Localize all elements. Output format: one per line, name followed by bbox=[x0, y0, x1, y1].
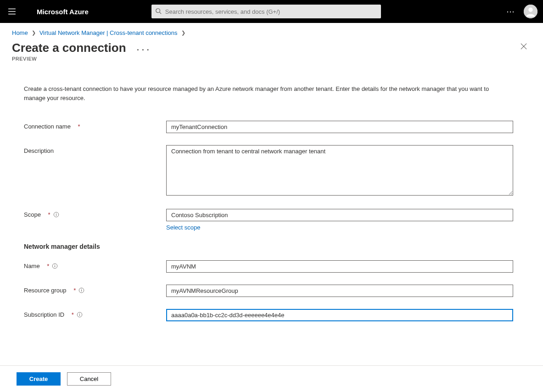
preview-label: PREVIEW bbox=[0, 55, 543, 62]
create-button[interactable]: Create bbox=[17, 372, 61, 386]
avatar[interactable] bbox=[524, 5, 537, 18]
info-icon[interactable] bbox=[53, 212, 59, 218]
breadcrumb: Home ❯ Virtual Network Manager | Cross-t… bbox=[0, 23, 543, 41]
scope-input[interactable] bbox=[166, 209, 513, 221]
search-container bbox=[151, 5, 381, 18]
connection-name-input[interactable] bbox=[166, 121, 513, 133]
content: Create a cross-tenant connection to have… bbox=[0, 62, 543, 321]
header-more-icon[interactable]: ⋯ bbox=[506, 6, 515, 17]
label-subscription-id: Subscription ID * bbox=[24, 309, 166, 318]
svg-point-3 bbox=[156, 8, 160, 12]
search-box[interactable] bbox=[151, 5, 381, 18]
description-textarea[interactable]: Connection from tenant to central networ… bbox=[166, 145, 513, 196]
svg-point-20 bbox=[79, 313, 80, 314]
label-connection-name: Connection name * bbox=[24, 121, 166, 130]
title-row: Create a connection • • • bbox=[0, 41, 543, 55]
cancel-button[interactable]: Cancel bbox=[67, 372, 111, 386]
intro-text: Create a cross-tenant connection to have… bbox=[24, 84, 510, 102]
close-icon[interactable] bbox=[518, 41, 529, 52]
resource-group-input[interactable] bbox=[166, 285, 513, 297]
label-name: Name * bbox=[24, 260, 166, 269]
breadcrumb-vnm[interactable]: Virtual Network Manager | Cross-tenant c… bbox=[39, 29, 178, 36]
footer-bar: Create Cancel bbox=[0, 365, 543, 392]
label-scope: Scope * bbox=[24, 209, 166, 218]
svg-line-4 bbox=[159, 12, 161, 14]
breadcrumb-home[interactable]: Home bbox=[12, 29, 28, 36]
svg-point-11 bbox=[56, 213, 56, 213]
row-scope: Scope * Select scope bbox=[24, 209, 519, 231]
info-icon[interactable] bbox=[77, 312, 83, 318]
chevron-right-icon: ❯ bbox=[181, 30, 185, 36]
label-description: Description bbox=[24, 145, 166, 154]
chevron-right-icon: ❯ bbox=[32, 30, 36, 36]
label-resource-group: Resource group * bbox=[24, 285, 166, 294]
row-resource-group: Resource group * bbox=[24, 285, 519, 297]
svg-point-17 bbox=[81, 289, 82, 289]
row-description: Description Connection from tenant to ce… bbox=[24, 145, 519, 197]
hamburger-menu-icon[interactable] bbox=[6, 5, 18, 18]
svg-point-14 bbox=[55, 264, 55, 265]
section-network-manager-details: Network manager details bbox=[24, 243, 519, 250]
row-connection-name: Connection name * bbox=[24, 121, 519, 133]
svg-point-6 bbox=[528, 8, 532, 12]
brand-label: Microsoft Azure bbox=[37, 8, 89, 16]
search-icon bbox=[155, 8, 162, 16]
name-input[interactable] bbox=[166, 260, 513, 273]
row-name: Name * bbox=[24, 260, 519, 273]
title-more-icon[interactable]: • • • bbox=[137, 47, 150, 52]
info-icon[interactable] bbox=[52, 263, 58, 269]
search-input[interactable] bbox=[165, 8, 377, 15]
subscription-id-input[interactable] bbox=[166, 309, 513, 321]
top-header: Microsoft Azure ⋯ bbox=[0, 0, 543, 23]
header-right: ⋯ bbox=[506, 5, 537, 18]
info-icon[interactable] bbox=[78, 287, 84, 293]
row-subscription-id: Subscription ID * bbox=[24, 309, 519, 321]
select-scope-link[interactable]: Select scope bbox=[166, 224, 200, 231]
page-title: Create a connection bbox=[12, 41, 126, 55]
